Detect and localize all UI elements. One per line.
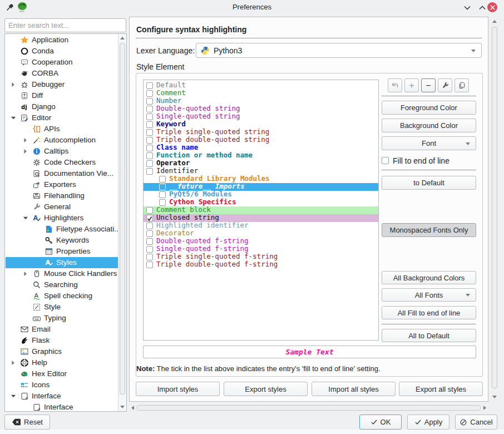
fill-tick-checkbox[interactable]	[146, 160, 153, 167]
sidebar-item-style[interactable]: Style	[6, 302, 118, 313]
sidebar-item-styles[interactable]: AStyles	[6, 257, 118, 268]
fill-tick-checkbox[interactable]	[146, 114, 153, 120]
foreground-color-button[interactable]: Foreground Color	[382, 101, 476, 115]
sidebar-item-highlighters[interactable]: AHighlighters	[6, 213, 118, 224]
expander-down-icon[interactable]	[22, 215, 29, 221]
tree-scrollbar[interactable]	[118, 34, 126, 411]
sidebar-item-diff[interactable]: Diff	[6, 90, 118, 101]
sidebar-item-exporters[interactable]: Exporters	[6, 179, 118, 190]
fill-tick-checkbox[interactable]	[146, 145, 153, 151]
sidebar-item-application[interactable]: Application	[6, 34, 118, 46]
sidebar-item-interface[interactable]: Interface	[6, 391, 118, 402]
to-default-button[interactable]: to Default	[382, 176, 476, 190]
lexer-language-combobox[interactable]: Python3	[196, 43, 482, 58]
fill-tick-checkbox[interactable]	[146, 207, 153, 214]
fill-tick-checkbox[interactable]	[146, 230, 153, 237]
window-title: Preferences	[0, 3, 504, 11]
sidebar-item-general[interactable]: General	[6, 201, 118, 213]
delete-substyle-button[interactable]: −	[421, 78, 436, 92]
all-fill-eol-button[interactable]: All Fill to end of line	[382, 306, 476, 319]
sidebar-item-debugger[interactable]: Debugger	[6, 79, 118, 90]
cancel-button[interactable]: Cancel	[455, 415, 497, 430]
reset-button[interactable]: Reset	[4, 415, 50, 430]
fill-tick-checkbox[interactable]	[146, 254, 153, 260]
sidebar-item-help[interactable]: Help	[6, 357, 118, 368]
background-color-button[interactable]: Background Color	[382, 119, 476, 132]
fill-tick-checkbox[interactable]	[146, 121, 153, 128]
fill-tick-checkbox[interactable]	[146, 223, 153, 229]
expander-right-icon[interactable]	[22, 270, 29, 277]
export-all-styles-button[interactable]: Export all styles	[399, 382, 483, 396]
fill-tick-checkbox[interactable]	[146, 129, 153, 136]
all-background-colors-button[interactable]: All Background Colors	[382, 271, 476, 284]
copy-substyle-button[interactable]	[454, 78, 469, 92]
fill-tick-checkbox[interactable]	[159, 191, 166, 198]
fill-tick-checkbox[interactable]	[146, 152, 153, 159]
expander-down-icon[interactable]	[10, 115, 17, 121]
fill-tick-checkbox[interactable]	[146, 262, 153, 268]
fill-tick-checkbox[interactable]	[146, 168, 153, 175]
expander-right-icon[interactable]	[10, 359, 17, 366]
sidebar-item-editor[interactable]: Editor	[6, 112, 118, 124]
expander-right-icon[interactable]	[10, 81, 17, 88]
window-unshade-icon[interactable]	[477, 3, 487, 12]
expander-down-icon[interactable]	[10, 393, 17, 400]
fill-tick-checkbox[interactable]	[159, 184, 166, 190]
monospaced-fonts-only-toggle[interactable]: Monospaced Fonts Only	[382, 223, 476, 237]
expander-right-icon[interactable]	[22, 148, 29, 155]
sidebar-item-apis[interactable]: APIs	[6, 124, 118, 135]
vertical-scrollbar[interactable]	[490, 17, 500, 402]
sidebar-item-mouse-click-handlers[interactable]: Mouse Click Handlers	[6, 268, 118, 279]
import-styles-button[interactable]: Import styles	[136, 382, 220, 396]
corba-icon	[20, 69, 29, 78]
sidebar-item-hex-editor[interactable]: Hex Editor	[6, 368, 118, 379]
sidebar-item-documentation-vie-[interactable]: Documentation Vie...	[6, 168, 118, 179]
horizontal-scrollbar[interactable]	[129, 404, 488, 412]
sidebar-item-filetype-associati-[interactable]: Filetype Associati...	[6, 224, 118, 235]
sidebar-item-cooperation[interactable]: Cooperation	[6, 57, 118, 68]
export-styles-button[interactable]: Export styles	[224, 382, 308, 396]
exporters-icon	[32, 180, 41, 189]
sidebar-item-icons[interactable]: Icons	[6, 379, 118, 391]
fill-tick-checkbox[interactable]	[146, 215, 153, 221]
sidebar-item-typing[interactable]: Typing	[6, 313, 118, 324]
fill-tick-checkbox[interactable]	[146, 90, 153, 97]
expander-right-icon[interactable]	[22, 137, 29, 144]
all-fonts-button[interactable]: All Fonts	[382, 288, 476, 302]
fill-tick-checkbox[interactable]	[146, 106, 153, 112]
sidebar-item-autocompletion[interactable]: Autocompletion	[6, 135, 118, 146]
fill-tick-checkbox[interactable]	[159, 176, 166, 183]
sidebar-item-django[interactable]: djDjango	[6, 101, 118, 112]
add-substyle-button[interactable]: +	[404, 78, 419, 92]
fill-eol-checkbox[interactable]	[382, 157, 389, 164]
sidebar-item-email[interactable]: Email	[6, 324, 118, 335]
ok-button[interactable]: OK	[359, 415, 402, 430]
sidebar-item-calltips[interactable]: Calltips	[6, 146, 118, 157]
sidebar-item-corba[interactable]: CORBA	[6, 68, 118, 79]
sidebar-item-properties[interactable]: Properties	[6, 246, 118, 257]
sidebar-item-flask[interactable]: Flask	[6, 335, 118, 346]
style-entry-triple-double-quoted-f-string[interactable]: Triple double-quoted f-string	[144, 261, 378, 269]
search-input[interactable]	[4, 18, 126, 32]
sidebar-item-graphics[interactable]: Graphics	[6, 346, 118, 357]
sidebar-item-interface[interactable]: Interface	[6, 402, 118, 412]
sidebar-item-code-checkers[interactable]: Code Checkers	[6, 157, 118, 168]
sidebar-item-spell-checking[interactable]: ASpell checking	[6, 290, 118, 302]
all-to-default-button[interactable]: All to Default	[382, 329, 476, 342]
sidebar-item-keywords[interactable]: Keywords	[6, 235, 118, 246]
fill-tick-checkbox[interactable]	[146, 238, 153, 245]
sidebar-item-searching[interactable]: Searching	[6, 279, 118, 290]
fill-tick-checkbox[interactable]	[146, 98, 153, 105]
close-button[interactable]	[487, 2, 497, 12]
undo-button[interactable]	[388, 78, 402, 92]
fill-tick-checkbox[interactable]	[146, 137, 153, 144]
font-button[interactable]: Font	[382, 136, 476, 150]
fill-tick-checkbox[interactable]	[146, 82, 153, 89]
fill-tick-checkbox[interactable]	[146, 246, 153, 253]
sidebar-item-conda[interactable]: Conda	[6, 46, 118, 57]
apply-button[interactable]: Apply	[407, 415, 449, 430]
sidebar-item-filehandling[interactable]: Filehandling	[6, 190, 118, 201]
window-shade-icon[interactable]	[462, 3, 472, 12]
import-all-styles-button[interactable]: Import all styles	[312, 382, 396, 396]
edit-substyle-button[interactable]	[438, 78, 452, 92]
